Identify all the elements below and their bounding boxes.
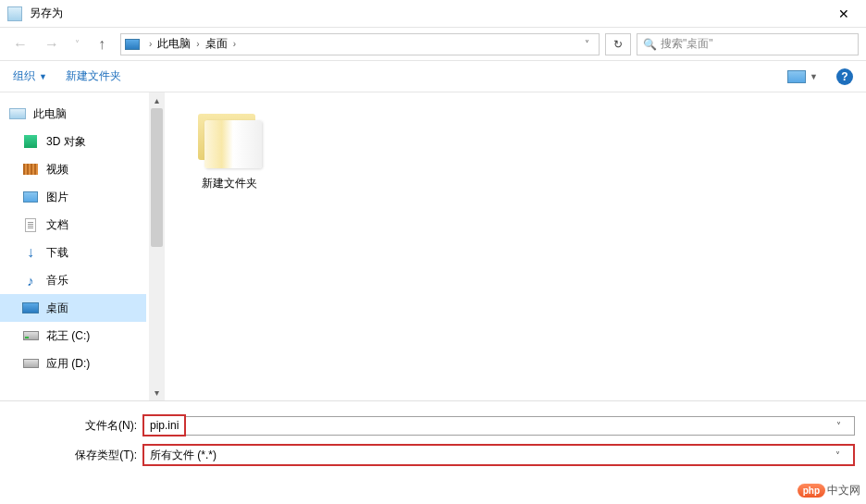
drive-icon — [23, 359, 39, 368]
filename-value-text: pip.ini — [150, 419, 179, 432]
scroll-up-button[interactable]: ▴ — [149, 92, 165, 108]
new-folder-button[interactable]: 新建文件夹 — [66, 68, 121, 84]
chevron-right-icon: › — [192, 39, 203, 49]
titlebar: 另存为 ✕ — [0, 0, 866, 28]
pc-icon — [9, 108, 26, 119]
breadcrumb[interactable]: › 此电脑 › 桌面 › ˅ — [120, 33, 600, 55]
sidebar-item-drive-c[interactable]: 花王 (C:) — [0, 322, 146, 350]
document-icon — [25, 218, 36, 232]
video-icon — [23, 164, 38, 175]
window-title: 另存为 — [30, 6, 829, 21]
file-content-area[interactable]: 新建文件夹 — [165, 92, 866, 400]
sidebar-item-label: 应用 (D:) — [46, 356, 90, 372]
scroll-track[interactable] — [149, 108, 165, 385]
sidebar: 此电脑 3D 对象 视频 图片 文档 ↓ 下载 — [0, 92, 165, 400]
sidebar-item-label: 下载 — [46, 245, 68, 261]
sidebar-item-desktop[interactable]: 桌面 — [0, 294, 146, 322]
watermark-badge: php — [798, 484, 825, 498]
folder-icon — [195, 111, 264, 170]
chevron-right-icon: › — [229, 39, 240, 49]
filename-input[interactable]: ˅ — [186, 416, 855, 436]
drive-icon — [23, 331, 39, 340]
chevron-down-icon: ▼ — [39, 72, 47, 81]
watermark: php 中文网 — [798, 483, 860, 498]
bottom-panel: 文件名(N): pip.ini ˅ 保存类型(T): 所有文件 (*.*) ˅ — [0, 400, 866, 483]
filetype-row: 保存类型(T): 所有文件 (*.*) ˅ — [11, 444, 855, 466]
chevron-right-icon: › — [145, 39, 155, 49]
desktop-icon — [22, 302, 39, 313]
sidebar-item-downloads[interactable]: ↓ 下载 — [0, 239, 146, 266]
up-button[interactable]: ↑ — [89, 31, 115, 57]
breadcrumb-item[interactable]: 桌面 — [205, 36, 228, 52]
search-icon: 🔍 — [643, 38, 657, 51]
folder-item[interactable]: 新建文件夹 — [183, 111, 276, 191]
sidebar-item-videos[interactable]: 视频 — [0, 155, 146, 183]
sidebar-item-label: 图片 — [46, 190, 68, 205]
recent-dropdown[interactable]: ˅ — [70, 39, 83, 49]
filetype-select[interactable]: 所有文件 (*.*) ˅ — [144, 446, 853, 464]
sidebar-item-label: 文档 — [46, 217, 68, 233]
music-icon: ♪ — [22, 273, 39, 288]
sidebar-item-label: 视频 — [46, 162, 68, 178]
view-icon — [787, 70, 806, 83]
sidebar-item-label: 此电脑 — [33, 106, 67, 122]
back-button[interactable]: ← — [7, 31, 33, 57]
filename-label: 文件名(N): — [11, 418, 142, 434]
filetype-label: 保存类型(T): — [11, 448, 142, 463]
sidebar-item-drive-d[interactable]: 应用 (D:) — [0, 350, 146, 377]
sidebar-item-music[interactable]: ♪ 音乐 — [0, 266, 146, 294]
scroll-down-button[interactable]: ▾ — [149, 385, 165, 400]
filename-row: 文件名(N): pip.ini ˅ — [11, 414, 855, 436]
filetype-highlight: 所有文件 (*.*) ˅ — [142, 444, 855, 466]
download-icon: ↓ — [22, 245, 39, 260]
chevron-down-icon[interactable]: ˅ — [828, 450, 847, 461]
forward-button[interactable]: → — [39, 31, 65, 57]
sidebar-item-this-pc[interactable]: 此电脑 — [0, 100, 146, 128]
monitor-icon — [125, 39, 140, 50]
filetype-value: 所有文件 (*.*) — [150, 448, 216, 463]
view-menu[interactable]: ▼ — [787, 70, 818, 83]
sidebar-item-label: 花王 (C:) — [46, 328, 90, 344]
breadcrumb-dropdown[interactable]: ˅ — [579, 39, 595, 49]
breadcrumb-item[interactable]: 此电脑 — [157, 36, 191, 52]
sidebar-item-3d-objects[interactable]: 3D 对象 — [0, 128, 146, 155]
sidebar-item-pictures[interactable]: 图片 — [0, 183, 146, 211]
close-button[interactable]: ✕ — [829, 3, 859, 25]
app-icon — [7, 6, 22, 21]
sidebar-item-label: 桌面 — [46, 301, 68, 316]
filename-highlight: pip.ini — [142, 414, 186, 436]
folder-name: 新建文件夹 — [183, 176, 276, 191]
refresh-button[interactable]: ↻ — [605, 33, 631, 55]
help-button[interactable]: ? — [836, 68, 853, 85]
watermark-text: 中文网 — [827, 483, 860, 498]
sidebar-item-label: 音乐 — [46, 273, 68, 289]
sidebar-scrollbar[interactable]: ▴ ▾ — [149, 92, 165, 400]
navbar: ← → ˅ ↑ › 此电脑 › 桌面 › ˅ ↻ 🔍 搜索"桌面" — [0, 28, 866, 61]
search-input[interactable]: 🔍 搜索"桌面" — [637, 33, 859, 55]
sidebar-item-label: 3D 对象 — [46, 134, 86, 150]
sidebar-item-documents[interactable]: 文档 — [0, 211, 146, 239]
search-placeholder: 搜索"桌面" — [661, 36, 713, 52]
organize-menu[interactable]: 组织 ▼ — [13, 68, 47, 84]
chevron-down-icon[interactable]: ˅ — [829, 421, 848, 431]
picture-icon — [23, 191, 38, 203]
3d-icon — [24, 135, 37, 148]
toolbar: 组织 ▼ 新建文件夹 ▼ ? — [0, 61, 866, 92]
chevron-down-icon: ▼ — [810, 72, 818, 81]
scroll-thumb[interactable] — [151, 108, 163, 247]
main-area: 此电脑 3D 对象 视频 图片 文档 ↓ 下载 — [0, 92, 866, 400]
